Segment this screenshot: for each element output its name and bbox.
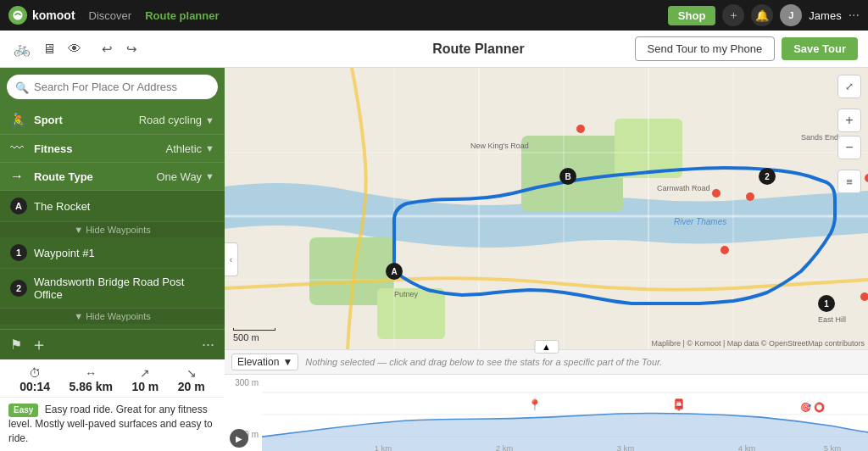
zoom-in-button[interactable]: + xyxy=(837,109,861,132)
send-phone-button[interactable]: Send Tour to my Phone xyxy=(635,36,776,61)
play-button[interactable]: ▶ xyxy=(230,429,248,448)
descent-icon: ↘ xyxy=(186,366,197,380)
sport-chevron-icon: ▼ xyxy=(205,115,214,125)
ascent-icon: ↗ xyxy=(140,366,150,380)
more-options-icon[interactable]: ··· xyxy=(202,336,214,354)
svg-text:4 km: 4 km xyxy=(738,443,756,451)
time-value: 00:14 xyxy=(19,380,50,393)
route-type-chevron-icon: ▼ xyxy=(205,171,214,181)
svg-point-23 xyxy=(712,189,721,198)
difficulty-description: Easy Easy road ride. Great for any fitne… xyxy=(0,398,225,451)
elevation-panel: ▲ Elevation ▼ Nothing selected — click a… xyxy=(225,349,868,451)
difficulty-badge: Easy xyxy=(8,404,38,417)
fitness-value: Athletic xyxy=(165,142,202,155)
logo[interactable]: komoot xyxy=(8,6,75,25)
panel-collapse-handle[interactable]: ‹ xyxy=(225,242,238,276)
ascent-stat: ↗ 10 m xyxy=(131,366,159,393)
search-box: 🔍 xyxy=(7,75,218,99)
scale-label: 500 m xyxy=(233,332,275,342)
svg-text:A: A xyxy=(391,267,397,276)
fitness-label: Fitness xyxy=(34,142,73,155)
zoom-out-button[interactable]: − xyxy=(837,136,861,159)
settings-section: 🚴 Sport Road cycling ▼ 〰 Fitness Athleti… xyxy=(0,106,225,191)
elevation-hint: Nothing selected — click and drag below … xyxy=(305,357,662,367)
navbar: komoot Discover Route planner Shop ＋ 🔔 J… xyxy=(0,0,868,31)
svg-text:River Thames: River Thames xyxy=(674,217,726,226)
svg-text:Sands End: Sands End xyxy=(801,133,838,142)
y-axis-top: 300 m xyxy=(228,378,259,387)
distance-value: 5.86 km xyxy=(70,380,113,393)
svg-text:📍: 📍 xyxy=(528,398,542,412)
svg-text:📮: 📮 xyxy=(672,398,686,412)
waypoint-label-A: The Rocket xyxy=(34,200,214,213)
svg-text:⭕: ⭕ xyxy=(814,402,826,413)
map-view-icon[interactable]: 🖥 xyxy=(39,39,59,58)
hide-waypoints-button-2[interactable]: ▼ Hide Waypoints xyxy=(0,309,225,324)
navbar-right: Shop ＋ 🔔 J James ··· xyxy=(668,4,860,26)
waypoint-label-2: Wandsworth Bridge Road Post Office xyxy=(34,276,214,301)
svg-point-22 xyxy=(576,125,585,133)
descent-value: 20 m xyxy=(178,380,205,393)
more-menu-icon[interactable]: ··· xyxy=(849,8,860,23)
bike-view-icon[interactable]: 🚲 xyxy=(10,39,34,58)
redo-button[interactable]: ↪ xyxy=(123,38,141,60)
search-icon: 🔍 xyxy=(15,81,29,93)
notifications-icon-button[interactable]: 🔔 xyxy=(751,4,773,26)
expand-map-button[interactable]: ⤢ xyxy=(837,75,861,98)
elevation-chart[interactable]: 📍 📮 🎯 ⭕ 1 km 2 km 3 km 4 km 5 km xyxy=(262,375,868,451)
svg-text:1 km: 1 km xyxy=(375,443,392,451)
main-toolbar: 🚲 🖥 👁 ↩ ↪ Route Planner Send Tour to my … xyxy=(0,31,868,68)
fitness-setting[interactable]: 〰 Fitness Athletic ▼ xyxy=(0,135,225,163)
eye-view-icon[interactable]: 👁 xyxy=(64,39,85,58)
scale-bar-line xyxy=(233,328,275,331)
route-type-icon: → xyxy=(10,169,27,184)
waypoint-label-1: Waypoint #1 xyxy=(34,247,214,259)
route-planner-link[interactable]: Route planner xyxy=(145,9,219,22)
elevation-dropdown-chevron-icon: ▼ xyxy=(282,356,292,368)
elevation-header: ▲ Elevation ▼ Nothing selected — click a… xyxy=(225,350,868,375)
svg-text:1: 1 xyxy=(824,299,829,309)
map-area[interactable]: A B 1 2 New King's Road Carnwath Road Ri… xyxy=(225,68,868,451)
map-scale: 500 m xyxy=(233,328,275,342)
elevation-dropdown-label: Elevation xyxy=(237,356,279,368)
avatar[interactable]: J xyxy=(780,4,802,26)
map-layers-button[interactable]: ≡ xyxy=(837,170,861,193)
svg-point-24 xyxy=(746,192,754,201)
undo-button[interactable]: ↩ xyxy=(98,38,116,60)
add-waypoint-button[interactable]: ＋ xyxy=(31,333,47,356)
elevation-dropdown[interactable]: Elevation ▼ xyxy=(231,354,298,370)
hide-waypoints-button-1[interactable]: ▼ Hide Waypoints xyxy=(0,222,225,237)
waypoint-marker-A: A xyxy=(10,198,27,214)
fitness-chevron-icon: ▼ xyxy=(205,143,214,153)
discover-link[interactable]: Discover xyxy=(89,9,132,22)
clock-icon: ⏱ xyxy=(29,366,41,380)
stats-area: ⏱ 00:14 ↔ 5.86 km ↗ 10 m ↘ 20 m Easy xyxy=(0,359,225,451)
save-tour-button[interactable]: Save Tour xyxy=(782,37,858,60)
elevation-expand-button[interactable]: ▲ xyxy=(534,340,559,354)
svg-point-25 xyxy=(721,246,729,254)
shop-button[interactable]: Shop xyxy=(668,6,716,25)
fitness-icon: 〰 xyxy=(10,141,27,156)
flag-icon[interactable]: ⚑ xyxy=(10,337,22,353)
time-stat: ⏱ 00:14 xyxy=(19,366,50,393)
svg-text:B: B xyxy=(565,172,570,181)
svg-text:New King's Road: New King's Road xyxy=(470,142,529,150)
svg-text:5 km: 5 km xyxy=(824,443,842,451)
route-type-setting[interactable]: → Route Type One Way ▼ xyxy=(0,163,225,191)
route-type-label: Route Type xyxy=(34,170,93,183)
waypoint-2[interactable]: 2 Wandsworth Bridge Road Post Office xyxy=(0,269,225,309)
ascent-value: 10 m xyxy=(131,380,159,393)
distance-icon: ↔ xyxy=(85,366,97,380)
waypoint-1[interactable]: 1 Waypoint #1 xyxy=(0,237,225,269)
toolbar-left: 🚲 🖥 👁 ↩ ↪ xyxy=(10,38,322,60)
sport-value: Road cycling xyxy=(139,114,202,126)
svg-text:Carnwath Road: Carnwath Road xyxy=(657,184,710,192)
main-layout: 🔍 🚴 Sport Road cycling ▼ 〰 Fitness Athle… xyxy=(0,68,868,451)
add-icon-button[interactable]: ＋ xyxy=(722,4,744,26)
sport-setting[interactable]: 🚴 Sport Road cycling ▼ xyxy=(0,106,225,135)
svg-text:🎯: 🎯 xyxy=(800,402,812,413)
waypoint-A[interactable]: A The Rocket xyxy=(0,191,225,222)
waypoint-marker-1: 1 xyxy=(10,244,27,261)
map-attribution: Maplibre | © Komoot | Map data © OpenStr… xyxy=(651,339,865,348)
search-input[interactable] xyxy=(7,75,218,99)
